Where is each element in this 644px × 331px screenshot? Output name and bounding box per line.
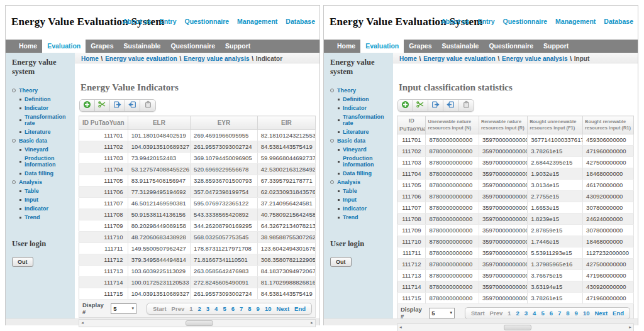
sidebar-item[interactable]: Literature — [19, 129, 75, 135]
logout-button[interactable]: Out — [12, 257, 33, 267]
pager-link[interactable]: 10 — [583, 310, 590, 317]
pager-link[interactable]: Next — [594, 310, 608, 317]
export-button[interactable] — [110, 100, 125, 111]
pager-link[interactable]: 1 — [189, 305, 192, 312]
sidebar-item[interactable]: Indicator — [19, 105, 75, 111]
add-button[interactable] — [80, 100, 95, 111]
sidebar-item[interactable]: Vineyard — [338, 146, 393, 153]
pager-link[interactable]: Start — [153, 305, 167, 312]
column-header[interactable]: EYR — [191, 116, 258, 130]
top-link[interactable]: About us — [123, 18, 152, 25]
column-header[interactable]: ID PuTaoYuan — [397, 116, 426, 134]
sidebar-item[interactable]: Indicator — [338, 105, 393, 111]
export-button[interactable] — [428, 100, 443, 111]
sidebar-section-header[interactable]: Theory — [11, 87, 75, 94]
sidebar-item[interactable]: Definition — [19, 96, 75, 102]
pager-link[interactable]: 5 — [541, 310, 544, 317]
breadcrumb-link[interactable]: Energy value analysis — [184, 55, 250, 62]
column-header[interactable]: Bought unrenewable resources input (F1) — [528, 116, 583, 134]
top-link[interactable]: About us — [441, 18, 470, 25]
scroll-left-arrow-icon[interactable]: ◄ — [79, 320, 86, 327]
pager-link[interactable]: Next — [276, 305, 289, 312]
sidebar-item[interactable]: Table — [338, 188, 393, 194]
nav-tab[interactable]: Questionnaire — [484, 40, 538, 53]
pager-link[interactable]: Prev — [490, 310, 503, 317]
scrollbar-thumb[interactable] — [504, 325, 531, 330]
horizontal-scrollbar[interactable]: ◄ ► — [79, 319, 316, 327]
scroll-right-arrow-icon[interactable]: ► — [627, 324, 633, 331]
nav-tab[interactable]: Sustainable — [118, 40, 165, 53]
top-link[interactable]: Questionnaire — [185, 18, 230, 25]
print-button[interactable] — [458, 100, 474, 111]
import-button[interactable] — [443, 100, 458, 111]
pager-link[interactable]: 8 — [248, 305, 251, 312]
import-button[interactable] — [125, 100, 140, 111]
pager-link[interactable]: 6 — [550, 310, 553, 317]
print-button[interactable] — [140, 100, 155, 111]
nav-tab[interactable]: Evaluation — [42, 40, 86, 53]
sidebar-item[interactable]: Input — [19, 197, 75, 203]
pager-link[interactable]: 9 — [257, 305, 260, 312]
display-count-select[interactable]: 5▾ — [111, 303, 136, 314]
sidebar-item[interactable]: Table — [19, 188, 75, 194]
cut-button[interactable] — [413, 100, 428, 111]
nav-tab[interactable]: Grapes — [404, 40, 436, 53]
horizontal-scrollbar[interactable]: ◄ ► — [397, 323, 634, 331]
nav-tab[interactable]: Sustainable — [436, 40, 484, 53]
column-header[interactable]: ELR — [128, 116, 190, 130]
pager-link[interactable]: 6 — [231, 305, 235, 312]
pager-link[interactable]: End — [294, 305, 306, 312]
top-link[interactable]: Management — [555, 18, 596, 25]
nav-tab[interactable]: Questionnaire — [165, 40, 220, 53]
pager-link[interactable]: 3 — [525, 310, 528, 317]
nav-tab[interactable]: Support — [220, 40, 255, 53]
sidebar-item[interactable]: Indicator — [19, 205, 75, 212]
pager-link[interactable]: 2 — [198, 305, 201, 312]
sidebar-item[interactable]: Transformation rate — [338, 114, 393, 126]
pager-link[interactable]: End — [613, 310, 624, 317]
top-link[interactable]: Database — [604, 18, 633, 25]
pager-link[interactable]: 3 — [206, 305, 209, 312]
nav-tab[interactable]: Grapes — [86, 40, 118, 53]
top-link[interactable]: Database — [286, 18, 315, 25]
column-header[interactable]: Unenewable nature resources input (N) — [426, 116, 479, 134]
top-link[interactable]: Entry — [160, 18, 177, 25]
nav-tab[interactable]: Home — [14, 40, 42, 53]
scroll-right-arrow-icon[interactable]: ► — [309, 320, 315, 327]
sidebar-item[interactable]: Input — [338, 197, 393, 203]
top-link[interactable]: Questionnaire — [503, 18, 548, 25]
sidebar-section-header[interactable]: Basic data — [329, 138, 393, 144]
scroll-left-arrow-icon[interactable]: ◄ — [397, 324, 404, 331]
pager-link[interactable]: Prev — [172, 305, 185, 312]
pager-link[interactable]: 9 — [575, 310, 578, 317]
top-link[interactable]: Management — [237, 18, 277, 25]
sidebar-item[interactable]: Production information — [19, 155, 75, 168]
pager-link[interactable]: 10 — [265, 305, 272, 312]
breadcrumb-link[interactable]: Home — [81, 55, 99, 62]
sidebar-item[interactable]: Production information — [338, 155, 393, 168]
pager-link[interactable]: 7 — [240, 305, 243, 312]
column-header[interactable]: Renewable nature resources input (R) — [479, 116, 527, 134]
sidebar-item[interactable]: Literature — [338, 129, 393, 135]
column-header[interactable]: ID PuTaoYuan — [79, 116, 128, 130]
breadcrumb-link[interactable]: Energy value evaluation — [423, 55, 496, 62]
sidebar-item[interactable]: Trend — [338, 214, 393, 220]
nav-tab[interactable]: Evaluation — [360, 40, 404, 53]
pager-link[interactable]: 8 — [566, 310, 569, 317]
sidebar-item[interactable]: Trend — [19, 214, 75, 220]
sidebar-section-header[interactable]: Analysis — [11, 179, 75, 185]
nav-tab[interactable]: Support — [538, 40, 574, 53]
pager-link[interactable]: 7 — [558, 310, 561, 317]
sidebar-item[interactable]: Transformation rate — [19, 114, 75, 126]
sidebar-section-header[interactable]: Basic data — [11, 138, 75, 144]
pager-link[interactable]: 4 — [533, 310, 536, 317]
display-count-select[interactable]: 5▾ — [429, 308, 455, 318]
pager-link[interactable]: 2 — [516, 310, 519, 317]
logout-button[interactable]: Out — [330, 257, 352, 267]
breadcrumb-link[interactable]: Energy value analysis — [502, 55, 568, 62]
breadcrumb-link[interactable]: Home — [399, 55, 417, 62]
sidebar-section-header[interactable]: Theory — [329, 87, 393, 94]
column-header[interactable]: EIR — [257, 116, 315, 130]
column-header[interactable]: Bought renewable resources input (R1) — [583, 116, 634, 134]
pager-link[interactable]: Start — [471, 310, 485, 317]
